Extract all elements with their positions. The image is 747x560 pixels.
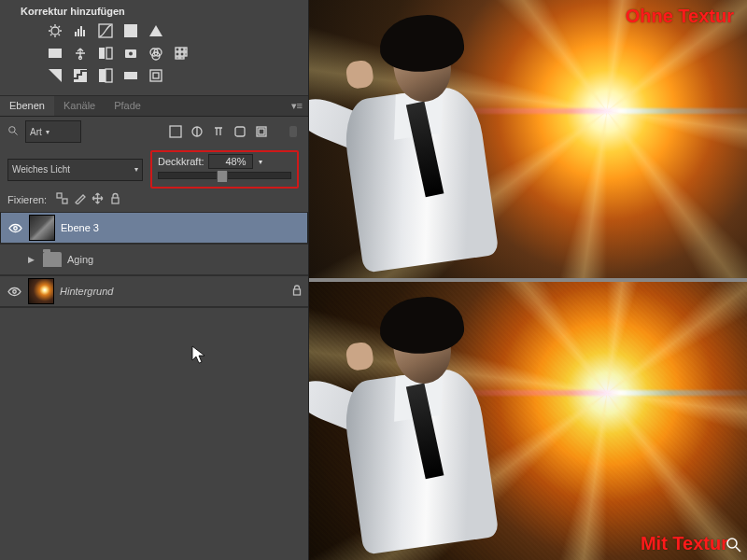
adjustments-title: Korrektur hinzufügen <box>21 6 301 17</box>
svg-rect-41 <box>112 198 119 203</box>
color-lookup-icon[interactable] <box>173 45 190 62</box>
canvas-split-view: Ohne Textur Mit Textur <box>309 0 747 560</box>
svg-rect-27 <box>99 69 106 82</box>
filter-kind-label: Art <box>30 127 42 137</box>
layer-thumbnail[interactable] <box>28 278 54 304</box>
svg-rect-29 <box>124 72 137 79</box>
svg-rect-4 <box>83 30 85 36</box>
blend-mode-select[interactable]: Weiches Licht▾ <box>7 159 143 181</box>
svg-rect-23 <box>176 57 179 59</box>
photo-filter-icon[interactable] <box>122 45 139 62</box>
layers-list: Ebene 3 ▶ Aging Hintergrund <box>0 212 308 307</box>
preview-image-top[interactable]: Ohne Textur <box>309 0 747 278</box>
layer-name[interactable]: Hintergrund <box>60 286 286 297</box>
tab-paths[interactable]: Pfade <box>105 96 150 116</box>
selective-color-icon[interactable] <box>148 67 164 84</box>
svg-rect-18 <box>180 48 184 51</box>
svg-point-32 <box>9 126 16 133</box>
visibility-toggle-icon[interactable] <box>6 251 22 268</box>
blend-mode-value: Weiches Licht <box>12 164 70 175</box>
lock-position-icon[interactable] <box>92 192 104 206</box>
annotation-mit-textur: Mit Textur <box>641 533 728 554</box>
vibrance-icon[interactable] <box>148 22 164 39</box>
visibility-toggle-icon[interactable] <box>6 283 22 300</box>
layer-thumbnail[interactable] <box>29 215 55 241</box>
svg-point-13 <box>129 52 133 56</box>
adjustments-row2 <box>47 45 301 62</box>
layers-empty-area[interactable] <box>0 307 308 560</box>
opacity-slider[interactable] <box>158 172 291 179</box>
annotation-ohne-textur: Ohne Textur <box>626 6 734 27</box>
blend-opacity-row: Weiches Licht▾ Deckkraft: 48% ▾ <box>0 147 308 189</box>
svg-rect-17 <box>176 48 179 51</box>
filter-smart-icon[interactable] <box>254 124 269 139</box>
svg-point-45 <box>727 539 737 548</box>
adjustments-row3 <box>47 67 301 84</box>
hue-sat-icon[interactable] <box>47 45 63 62</box>
filter-type-icon[interactable] <box>211 124 226 139</box>
svg-rect-3 <box>80 26 82 36</box>
invert-icon[interactable] <box>47 67 63 84</box>
tab-channels[interactable]: Kanäle <box>54 96 105 116</box>
svg-rect-44 <box>294 289 301 295</box>
panel-tabs: Ebenen Kanäle Pfade ▾≡ <box>0 96 308 117</box>
tab-layers[interactable]: Ebenen <box>0 96 54 116</box>
color-balance-icon[interactable] <box>72 45 89 62</box>
svg-rect-20 <box>176 52 179 56</box>
filter-shape-icon[interactable] <box>233 124 247 139</box>
opacity-label: Deckkraft: <box>158 156 204 167</box>
layer-row-ebene3[interactable]: Ebene 3 <box>0 212 308 244</box>
svg-rect-35 <box>235 127 245 136</box>
levels-icon[interactable] <box>72 22 89 39</box>
visibility-toggle-icon[interactable] <box>7 219 23 236</box>
curves-icon[interactable] <box>97 22 114 39</box>
opacity-dropdown-icon[interactable]: ▾ <box>259 158 262 166</box>
gradient-map-icon[interactable] <box>122 67 139 84</box>
preview-image-bottom[interactable]: Mit Textur <box>309 278 747 560</box>
svg-point-43 <box>12 289 15 292</box>
svg-rect-2 <box>78 29 79 36</box>
svg-rect-40 <box>63 199 67 203</box>
svg-rect-31 <box>153 73 159 78</box>
lock-all-icon[interactable] <box>109 192 121 206</box>
lock-transparent-icon[interactable] <box>56 192 68 206</box>
layer-row-aging-group[interactable]: ▶ Aging <box>0 244 308 275</box>
layer-name[interactable]: Ebene 3 <box>61 222 302 233</box>
left-panel: Korrektur hinzufügen <box>0 0 309 560</box>
svg-point-42 <box>13 226 16 229</box>
adjustments-panel: Korrektur hinzufügen <box>0 0 308 96</box>
channel-mixer-icon[interactable] <box>148 45 164 62</box>
svg-rect-21 <box>180 52 184 56</box>
opacity-value-field[interactable]: 48% <box>208 154 253 169</box>
svg-rect-11 <box>106 48 112 59</box>
svg-rect-10 <box>99 48 105 59</box>
layer-filter-row: Art▾ <box>0 117 308 147</box>
svg-rect-38 <box>289 126 297 137</box>
opacity-highlight-box: Deckkraft: 48% ▾ <box>150 150 299 189</box>
filter-adjust-icon[interactable] <box>190 124 204 139</box>
lock-icon[interactable] <box>291 285 303 298</box>
filter-pixel-icon[interactable] <box>168 124 183 139</box>
layer-row-hintergrund[interactable]: Hintergrund <box>0 275 308 307</box>
group-disclosure-icon[interactable]: ▶ <box>28 255 37 264</box>
threshold-icon[interactable] <box>97 67 114 84</box>
zoom-cursor-icon <box>726 538 741 554</box>
exposure-icon[interactable] <box>122 22 139 39</box>
adjustments-row1 <box>47 22 301 39</box>
filter-toggle-icon[interactable] <box>286 124 301 139</box>
filter-search-icon[interactable] <box>7 125 20 139</box>
filter-kind-select[interactable]: Art▾ <box>25 120 81 143</box>
black-white-icon[interactable] <box>97 45 114 62</box>
app-root: Korrektur hinzufügen <box>0 0 747 560</box>
svg-rect-1 <box>75 32 77 36</box>
opacity-slider-thumb[interactable] <box>217 170 228 183</box>
panel-menu-icon[interactable]: ▾≡ <box>286 96 308 116</box>
layer-name[interactable]: Aging <box>67 254 303 265</box>
lock-pixels-icon[interactable] <box>74 192 86 206</box>
posterize-icon[interactable] <box>72 67 89 84</box>
svg-rect-22 <box>185 52 187 56</box>
lock-label: Fixieren: <box>7 194 47 205</box>
svg-point-0 <box>51 27 59 35</box>
svg-rect-24 <box>180 57 184 59</box>
brightness-contrast-icon[interactable] <box>47 22 63 39</box>
